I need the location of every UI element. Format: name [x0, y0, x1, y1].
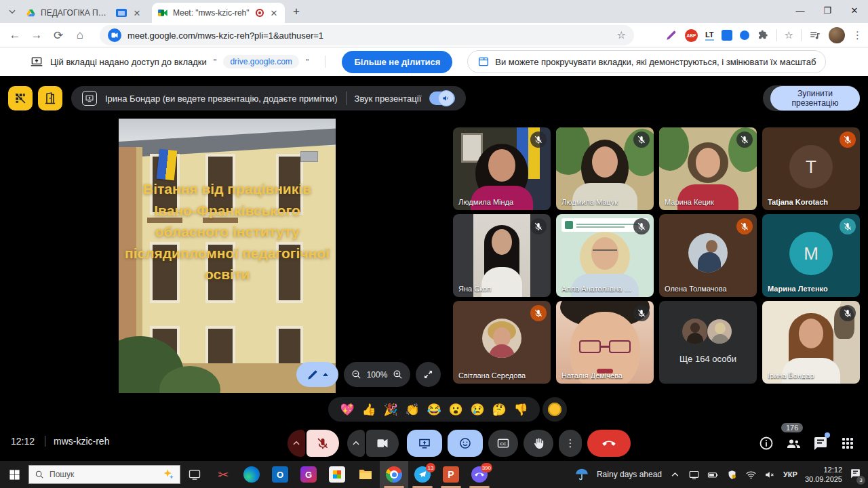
participant-tile[interactable]: Яна Скоп [453, 214, 551, 297]
meeting-code: mws-kzic-reh [45, 436, 109, 447]
wifi-icon[interactable] [745, 469, 757, 481]
language-indicator[interactable]: УКР [783, 470, 797, 479]
weather-icon[interactable] [574, 467, 589, 482]
window-close-button[interactable]: ✕ [841, 0, 868, 20]
activities-grid-icon[interactable] [840, 435, 856, 451]
chrome-taskbar-active[interactable] [380, 461, 408, 488]
extensions-puzzle-icon[interactable] [757, 29, 769, 41]
profile-avatar[interactable] [829, 27, 845, 43]
start-button[interactable] [8, 468, 21, 481]
participant-tile[interactable]: T Tatjana Korotach [762, 127, 860, 210]
telegram-icon[interactable]: 13 [408, 461, 437, 488]
stop-sharing-button[interactable]: Більше не ділитися [342, 51, 452, 73]
fullscreen-button[interactable] [416, 362, 441, 387]
tab-close-icon[interactable]: ✕ [269, 7, 279, 18]
snipping-tool-icon[interactable]: ✂ [218, 467, 229, 483]
reactions-button-active[interactable] [448, 430, 483, 457]
clock-date: 30.09.2025 [805, 474, 842, 484]
store-icon[interactable] [333, 470, 341, 479]
end-call-button[interactable] [587, 430, 631, 457]
forward-button[interactable]: → [27, 28, 46, 42]
adblock-extension-icon[interactable]: ABP [685, 29, 698, 42]
playlist-icon[interactable] [809, 29, 821, 41]
reaction-heart[interactable]: 💖 [340, 404, 354, 415]
captions-button[interactable]: CC [488, 430, 518, 457]
bookmark-star-icon[interactable]: ☆ [617, 29, 626, 41]
powerpoint-icon[interactable]: P [437, 461, 465, 488]
home-button[interactable]: ⌂ [71, 28, 90, 42]
window-minimize-button[interactable]: — [787, 0, 814, 20]
tab-search-chevron-icon[interactable] [7, 6, 18, 17]
address-bar[interactable]: meet.google.com/mws-kzic-reh?pli=1&authu… [100, 25, 634, 45]
participant-tile[interactable]: Людмила Мацук [556, 127, 654, 210]
tab-meet[interactable]: Meet: "mws-kzic-reh" ✕ [152, 3, 285, 23]
zoom-out-icon[interactable] [351, 369, 362, 380]
edge-icon[interactable] [243, 466, 260, 483]
more-options-button[interactable]: ⋮ [559, 430, 582, 457]
camera-button[interactable] [366, 430, 399, 457]
zoom-in-icon[interactable] [392, 369, 403, 380]
blue-dot-extension-icon[interactable] [740, 30, 749, 40]
reaction-surprise[interactable]: 😮 [448, 404, 462, 415]
tray-chevron-icon[interactable] [669, 469, 681, 481]
taskbar-search[interactable]: Пошук [28, 465, 180, 484]
present-button-active[interactable] [407, 430, 442, 457]
participant-tile[interactable]: Наталія Демічева [556, 301, 654, 384]
tab-drive[interactable]: ПЕДАГОГІКА ПАРТНЕРСТВ ✕ [20, 3, 148, 23]
mic-button-muted[interactable] [307, 430, 339, 457]
participant-tile[interactable]: Марина Кецик [659, 127, 757, 210]
volume-muted-icon[interactable] [764, 469, 776, 481]
url-text: meet.google.com/mws-kzic-reh?pli=1&authu… [127, 30, 611, 41]
participant-tile[interactable]: Ірина Бондар [762, 301, 860, 384]
reaction-thumbs-down[interactable]: 👎 [513, 404, 528, 415]
weather-text[interactable]: Rainy days ahead [597, 470, 662, 479]
blue-square-extension-icon[interactable] [722, 30, 732, 41]
file-explorer-icon[interactable] [357, 466, 374, 483]
pen-extension-icon[interactable] [665, 29, 677, 41]
reaction-cry[interactable]: 😢 [470, 404, 484, 415]
viber-icon[interactable]: 390 [465, 461, 494, 488]
participant-tile[interactable]: Олена Толмачова [659, 214, 757, 297]
window-maximize-button[interactable]: ❐ [814, 0, 841, 20]
overflow-participants-tile[interactable]: Ще 164 особи [659, 301, 757, 384]
outlook-icon[interactable]: O [272, 466, 288, 483]
browser-menu-icon[interactable]: ⋮ [852, 29, 863, 41]
reaction-party[interactable]: 🎉 [383, 404, 397, 415]
shared-site-chip[interactable]: drive.google.com [223, 55, 298, 68]
camera-options-chevron[interactable] [347, 430, 365, 457]
info-icon[interactable] [758, 435, 774, 451]
reaction-clap[interactable]: 👏 [405, 404, 419, 415]
reload-button[interactable]: ⟳ [49, 28, 68, 43]
task-view-icon[interactable] [188, 468, 201, 481]
reaction-think[interactable]: 🤔 [492, 404, 506, 415]
notification-center[interactable]: 3 [850, 468, 861, 482]
back-button[interactable]: ← [5, 28, 24, 42]
reaction-laugh[interactable]: 😂 [427, 404, 441, 415]
mic-options-chevron[interactable] [288, 430, 305, 457]
tab-close-icon[interactable]: ✕ [132, 7, 142, 18]
participant-name: Алла Анатоліївна Соп... [561, 285, 635, 293]
skin-tone-selector[interactable] [542, 397, 567, 422]
audio-toggle[interactable] [429, 92, 455, 105]
new-tab-button[interactable]: + [293, 5, 300, 18]
people-icon[interactable] [785, 435, 802, 451]
annotate-pen-button[interactable] [296, 362, 338, 387]
game-launcher-icon[interactable]: G [300, 466, 317, 483]
security-shield-icon[interactable]: ! [726, 469, 738, 481]
favorites-star-icon[interactable]: ☆ [785, 29, 793, 41]
participant-tile[interactable]: Людмила Мінда [453, 127, 551, 210]
battery-icon[interactable] [707, 469, 719, 481]
door-exit-button[interactable] [38, 86, 62, 110]
reaction-thumbs-up[interactable]: 👍 [361, 404, 376, 415]
participant-tile[interactable]: Алла Анатоліївна Соп... [556, 214, 654, 297]
taskbar-clock[interactable]: 12:12 30.09.2025 [805, 465, 842, 484]
raise-hand-button[interactable] [524, 430, 553, 457]
cast-icon[interactable] [688, 469, 700, 481]
participant-tile[interactable]: M Марина Летенко [762, 214, 860, 297]
participant-name: Марина Кецик [665, 198, 738, 206]
annotation-tools-button[interactable] [8, 86, 33, 110]
stop-presentation-button[interactable]: Зупинити презентацію [770, 86, 860, 110]
presentation-canvas[interactable]: Вітання від працівників Івано-Франківськ… [8, 119, 445, 393]
participant-tile[interactable]: Світлана Середова [453, 301, 551, 384]
languagetool-extension-icon[interactable]: LT [705, 30, 714, 41]
